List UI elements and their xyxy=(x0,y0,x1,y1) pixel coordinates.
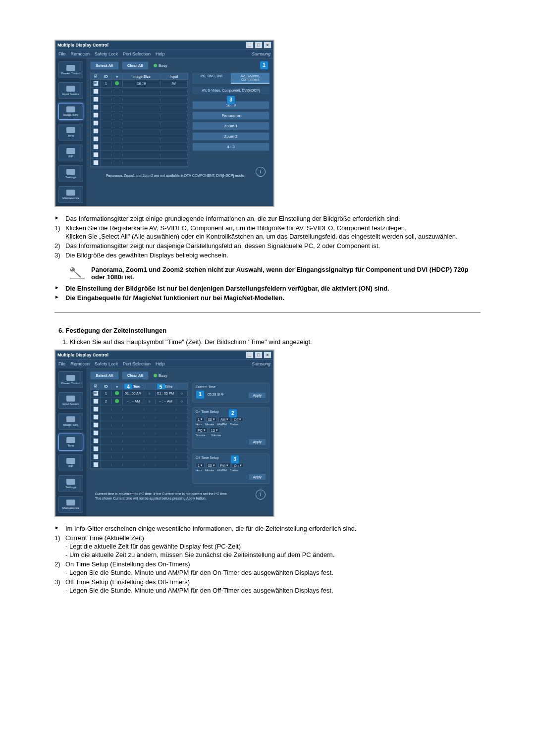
on-source-spinner[interactable]: PC ▾ xyxy=(196,428,208,433)
grid-row[interactable] xyxy=(91,453,188,461)
row-checkbox[interactable] xyxy=(93,128,99,134)
menu-safety-lock[interactable]: Safety Lock xyxy=(95,51,118,56)
close-button[interactable]: × xyxy=(264,42,271,49)
grid-header: ☑ ID ● 4 On Time 5 Off Time xyxy=(91,383,188,390)
grid-head-check[interactable]: ☑ xyxy=(91,73,101,79)
grid-row[interactable] xyxy=(91,151,188,159)
menu-file[interactable]: File xyxy=(58,51,66,56)
titlebar: Multiple Display Control _ □ × xyxy=(55,41,273,50)
sidebar-settings[interactable]: Settings xyxy=(58,475,83,492)
grid-row[interactable] xyxy=(91,437,188,445)
app-window-time: Multiple Display Control _ □ × File Remo… xyxy=(54,350,274,517)
menu-port-selection[interactable]: Port Selection xyxy=(123,51,151,56)
grid-row[interactable] xyxy=(91,405,188,413)
off-time-setup-box: Off Time Setup 3 1 ▾ 00 ▾ PM ▾ On ▾ Hour… xyxy=(192,454,269,484)
row-checkbox[interactable] xyxy=(93,136,99,142)
on-time-label: On Time Setup xyxy=(196,410,219,413)
menu-safety-lock[interactable]: Safety Lock xyxy=(95,361,118,366)
grid-row[interactable] xyxy=(91,111,188,119)
clear-all-button[interactable]: Clear All xyxy=(122,61,149,70)
grid-row[interactable] xyxy=(91,119,188,127)
sidebar-power-control[interactable]: Power Control xyxy=(58,371,83,388)
grid-row[interactable] xyxy=(91,127,188,135)
grid-row[interactable] xyxy=(91,159,188,167)
sidebar-pip[interactable]: PIP xyxy=(58,145,83,161)
tab-pc-bnc-dvi[interactable]: PC, BNC, DVI xyxy=(192,73,231,84)
callout-1: 1 xyxy=(196,390,205,399)
minimize-button[interactable]: _ xyxy=(246,42,254,49)
grid-head-id: ID xyxy=(101,74,111,79)
apply-button[interactable]: Apply xyxy=(248,392,266,399)
row-checkbox[interactable] xyxy=(93,112,99,118)
grid-row[interactable] xyxy=(91,96,188,103)
option-panorama[interactable]: Panorama xyxy=(192,111,269,120)
apply-button[interactable]: Apply xyxy=(248,439,266,445)
menu-remocon[interactable]: Remocon xyxy=(71,51,90,56)
row-checkbox[interactable] xyxy=(93,89,99,94)
sidebar-image-size[interactable]: Image Size xyxy=(58,413,83,430)
sidebar-maintenance[interactable]: Maintenance xyxy=(58,496,83,513)
sidebar-time[interactable]: Time xyxy=(58,124,83,141)
menu-help[interactable]: Help xyxy=(156,361,165,366)
tab-av-svideo-component[interactable]: AV, S-Video, Component xyxy=(231,73,269,84)
row-checkbox[interactable] xyxy=(93,399,99,404)
grid-row[interactable]: 1 16 : 9 AV xyxy=(91,80,188,88)
grid-head-check[interactable]: ☑ xyxy=(91,383,101,389)
warning-text: Panorama, Zoom1 und Zoom2 stehen nicht z… xyxy=(91,266,481,281)
row-checkbox[interactable] xyxy=(93,144,99,150)
row-checkbox[interactable] xyxy=(93,81,99,86)
row-checkbox[interactable] xyxy=(93,104,99,110)
grid-row[interactable] xyxy=(91,445,188,453)
grid-row[interactable] xyxy=(91,135,188,143)
maximize-button[interactable]: □ xyxy=(255,352,263,358)
info-grid: ☑ ID ● Image Size Input 1 16 : 9 xyxy=(90,73,188,167)
select-all-button[interactable]: Select All xyxy=(90,371,119,380)
close-button[interactable]: × xyxy=(264,352,271,358)
app-title: Multiple Display Control xyxy=(57,43,108,48)
arrow-icon: ► xyxy=(54,285,65,290)
grid-row[interactable] xyxy=(91,103,188,111)
maximize-button[interactable]: □ xyxy=(255,42,263,49)
titlebar: Multiple Display Control _ □ × xyxy=(55,351,273,360)
grid-row[interactable]: 1 01 : 00 AM ○ 01 : 00 PM xyxy=(91,390,188,398)
option-4-3[interactable]: 4 : 3 xyxy=(192,143,269,151)
paragraph: Die Eingabequelle für MagicNet funktioni… xyxy=(65,294,481,302)
clear-all-button[interactable]: Clear All xyxy=(122,371,149,380)
grid-row[interactable] xyxy=(91,143,188,151)
off-ampm-spinner[interactable]: PM ▾ xyxy=(218,463,231,468)
sidebar-input-source[interactable]: Input Source xyxy=(58,392,83,409)
grid-row[interactable] xyxy=(91,461,188,469)
minimize-button[interactable]: _ xyxy=(246,352,254,358)
sidebar-settings[interactable]: Settings xyxy=(58,165,83,182)
menu-file[interactable]: File xyxy=(58,361,66,366)
grid-row[interactable] xyxy=(91,413,188,421)
sidebar-time[interactable]: Time xyxy=(58,434,83,451)
grid-row[interactable]: 2 -- : -- AM ○ -- : -- AM ○ xyxy=(91,398,188,405)
menu-help[interactable]: Help xyxy=(156,51,165,56)
select-all-button[interactable]: Select All xyxy=(90,61,119,70)
apply-button[interactable]: Apply xyxy=(248,474,266,480)
row-checkbox[interactable] xyxy=(93,120,99,126)
on-hour-spinner[interactable]: 1 ▾ xyxy=(196,417,205,422)
on-volume-spinner[interactable]: 10 ▾ xyxy=(209,428,220,433)
sidebar-power-control[interactable]: Power Control xyxy=(58,61,83,78)
sidebar-pip[interactable]: PIP xyxy=(58,454,83,471)
row-checkbox[interactable] xyxy=(93,391,99,396)
option-zoom2[interactable]: Zoom 2 xyxy=(192,132,269,141)
row-checkbox[interactable] xyxy=(93,152,99,157)
grid-row[interactable] xyxy=(91,421,188,429)
row-checkbox[interactable] xyxy=(93,160,99,165)
grid-row[interactable] xyxy=(91,429,188,437)
option-zoom1[interactable]: Zoom 1 xyxy=(192,122,269,130)
grid-row[interactable] xyxy=(91,88,188,96)
off-minute-spinner[interactable]: 00 ▾ xyxy=(206,463,217,468)
menu-remocon[interactable]: Remocon xyxy=(71,361,90,366)
off-hour-spinner[interactable]: 1 ▾ xyxy=(196,463,205,468)
on-minute-spinner[interactable]: 00 ▾ xyxy=(206,417,217,422)
sidebar-image-size[interactable]: Image Size xyxy=(58,103,83,120)
sidebar-maintenance[interactable]: Maintenance xyxy=(58,186,83,203)
row-checkbox[interactable] xyxy=(93,97,99,102)
subtab-label: AV, S-Video, Component, DVI(HDCP) 3 xyxy=(192,87,269,94)
menu-port-selection[interactable]: Port Selection xyxy=(123,361,151,366)
sidebar-input-source[interactable]: Input Source xyxy=(58,82,83,99)
